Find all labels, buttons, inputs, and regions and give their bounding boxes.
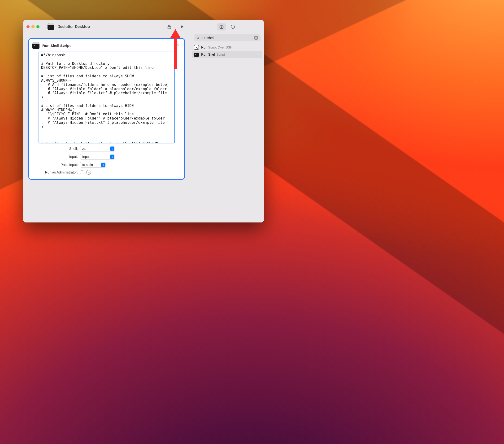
close-window-button[interactable] (26, 25, 30, 28)
share-button[interactable] (164, 22, 174, 32)
terminal-icon: >_ (48, 23, 54, 30)
run-button[interactable] (177, 22, 187, 32)
chevron-up-down-icon (102, 163, 105, 166)
window-controls (26, 25, 39, 28)
search-icon (196, 36, 200, 40)
titlebar: >_ Declutter Desktop (23, 20, 190, 33)
script-editor-frame: #!/bin/bash # Path to the Desktop direct… (38, 52, 175, 143)
shell-select[interactable]: zsh (80, 146, 115, 152)
library-result[interactable]: >_ Run Shell Script (192, 51, 262, 58)
workflow-title: Declutter Desktop (57, 25, 90, 29)
input-label: Input: (29, 155, 78, 158)
zoom-window-button[interactable] (36, 25, 39, 28)
input-value: Input (82, 155, 90, 158)
library-result[interactable]: >_ Run Script Over SSH (192, 44, 262, 51)
script-editor[interactable]: #!/bin/bash # Path to the Desktop direct… (39, 52, 174, 143)
library-tab-button[interactable] (217, 23, 226, 31)
app-window: >_ Declutter Desktop >_ Run Shel (23, 20, 264, 222)
pass-input-select[interactable]: to stdin (80, 162, 106, 168)
workflow-canvas[interactable]: >_ Run Shell Script #!/bin/bash # Path t… (23, 33, 190, 222)
input-select[interactable]: Input (80, 154, 115, 159)
pass-input-label: Pass Input: (29, 163, 78, 167)
svg-point-1 (88, 172, 88, 173)
svg-point-6 (233, 26, 233, 26)
pass-input-value: to stdin (82, 163, 93, 167)
run-as-admin-options-button[interactable] (86, 170, 91, 175)
library-search-input[interactable] (202, 36, 252, 40)
shell-label: Shell: (29, 147, 78, 151)
library-result-label: Run Shell Script (201, 53, 225, 56)
svg-point-3 (89, 172, 90, 173)
library-result-label: Run Script Over SSH (201, 45, 232, 49)
remove-action-button[interactable] (176, 43, 180, 47)
library-toolbar (190, 20, 264, 33)
library-results: >_ Run Script Over SSH >_ Run Shell Scri… (190, 44, 264, 58)
clear-search-button[interactable] (254, 36, 258, 40)
svg-point-2 (89, 172, 89, 173)
library-search[interactable] (194, 34, 261, 41)
terminal-icon: >_ (194, 52, 199, 57)
run-as-admin-label: Run as Administrator: (29, 170, 78, 174)
library-sidebar: >_ Run Script Over SSH >_ Run Shell Scri… (190, 20, 264, 222)
run-as-admin-checkbox[interactable] (80, 170, 84, 174)
action-card[interactable]: >_ Run Shell Script #!/bin/bash # Path t… (28, 38, 185, 180)
action-title: Run Shell Script (42, 43, 71, 48)
info-tab-button[interactable] (229, 23, 237, 31)
terminal-icon: >_ (32, 42, 39, 49)
workflow-pane: >_ Declutter Desktop >_ Run Shel (23, 20, 190, 222)
terminal-icon: >_ (194, 45, 199, 50)
shell-value: zsh (82, 147, 88, 151)
chevron-up-down-icon (111, 155, 114, 158)
chevron-up-down-icon (111, 147, 114, 150)
minimize-window-button[interactable] (32, 25, 35, 28)
